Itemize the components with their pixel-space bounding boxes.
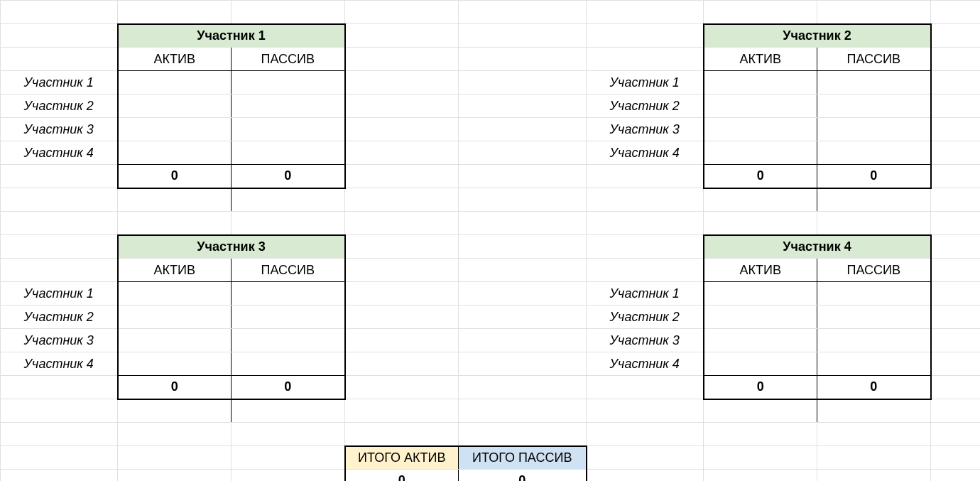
col-header-liab: ПАССИВ: [817, 48, 931, 71]
row-label: Участник 2: [587, 306, 704, 329]
cell-asset[interactable]: [118, 306, 232, 329]
cell-asset[interactable]: [118, 141, 232, 165]
row-label: Участник 4: [1, 141, 118, 165]
row-label: Участник 3: [1, 118, 118, 141]
cell-asset[interactable]: [118, 118, 232, 141]
spreadsheet: Участник 1 Участник 2 АКТИВ ПАССИВ АКТИВ…: [0, 0, 980, 481]
cell-asset[interactable]: [118, 282, 232, 306]
row-label: Участник 1: [587, 71, 704, 94]
cell-asset[interactable]: [704, 141, 817, 165]
cell-liab[interactable]: [232, 118, 345, 141]
cell-asset[interactable]: [118, 94, 232, 118]
sum-asset: 0: [704, 165, 817, 188]
cell-asset[interactable]: [704, 118, 817, 141]
total-liab-label: ИТОГО ПАССИВ: [459, 446, 587, 470]
row-label: Участник 3: [587, 329, 704, 352]
block-title: Участник 2: [704, 24, 931, 48]
total-liab-value: 0: [459, 470, 587, 482]
cell-liab[interactable]: [817, 306, 931, 329]
row-label: Участник 1: [587, 282, 704, 306]
cell-asset[interactable]: [704, 352, 817, 376]
block-title: Участник 4: [704, 235, 931, 259]
cell-liab[interactable]: [232, 352, 345, 376]
cell-liab[interactable]: [232, 94, 345, 118]
col-header-asset: АКТИВ: [118, 259, 232, 282]
row-label: Участник 1: [1, 71, 118, 94]
sum-asset: 0: [118, 376, 232, 399]
cell-asset[interactable]: [118, 352, 232, 376]
cell-asset[interactable]: [704, 329, 817, 352]
total-asset-value: 0: [345, 470, 459, 482]
cell-asset[interactable]: [704, 306, 817, 329]
cell-liab[interactable]: [232, 71, 345, 94]
col-header-liab: ПАССИВ: [817, 259, 931, 282]
sum-liab: 0: [232, 376, 345, 399]
cell-liab[interactable]: [232, 306, 345, 329]
sum-asset: 0: [704, 376, 817, 399]
row-label: Участник 4: [1, 352, 118, 376]
cell-liab[interactable]: [817, 329, 931, 352]
sum-liab: 0: [817, 165, 931, 188]
cell-liab[interactable]: [232, 329, 345, 352]
cell-liab[interactable]: [817, 352, 931, 376]
row-label: Участник 4: [587, 352, 704, 376]
cell-asset[interactable]: [704, 282, 817, 306]
sum-liab: 0: [817, 376, 931, 399]
row-label: Участник 2: [1, 306, 118, 329]
cell-liab[interactable]: [817, 282, 931, 306]
row-label: Участник 2: [1, 94, 118, 118]
cell-asset[interactable]: [704, 71, 817, 94]
cell-liab[interactable]: [232, 141, 345, 165]
col-header-asset: АКТИВ: [704, 48, 817, 71]
cell-asset[interactable]: [704, 94, 817, 118]
cell-asset[interactable]: [118, 329, 232, 352]
col-header-liab: ПАССИВ: [232, 48, 345, 71]
row-label: Участник 3: [587, 118, 704, 141]
col-header-asset: АКТИВ: [118, 48, 232, 71]
row-label: Участник 3: [1, 329, 118, 352]
col-header-liab: ПАССИВ: [232, 259, 345, 282]
cell-liab[interactable]: [817, 71, 931, 94]
row-label: Участник 2: [587, 94, 704, 118]
sum-liab: 0: [232, 165, 345, 188]
cell-asset[interactable]: [118, 71, 232, 94]
cell-liab[interactable]: [817, 141, 931, 165]
col-header-asset: АКТИВ: [704, 259, 817, 282]
row-label: Участник 1: [1, 282, 118, 306]
row-label: Участник 4: [587, 141, 704, 165]
cell-liab[interactable]: [817, 118, 931, 141]
cell-liab[interactable]: [817, 94, 931, 118]
total-asset-label: ИТОГО АКТИВ: [345, 446, 459, 470]
sum-asset: 0: [118, 165, 232, 188]
cell-liab[interactable]: [232, 282, 345, 306]
block-title: Участник 3: [118, 235, 345, 259]
block-title: Участник 1: [118, 24, 345, 48]
